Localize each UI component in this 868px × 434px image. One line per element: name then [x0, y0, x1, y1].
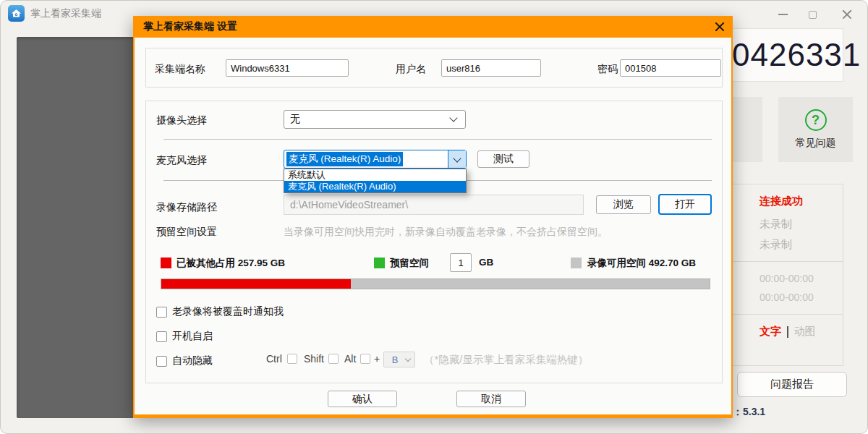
app-logo-icon [8, 5, 25, 22]
mode-switch[interactable]: 文字 动图 [760, 325, 816, 339]
storage-path-field: d:\AtHomeVideoStreamer\ [284, 195, 584, 215]
status-panel: 连接成功 未录制 未录制 00:00-00:00 00:00-00:00 文字 … [724, 184, 843, 366]
notify-checkbox-row[interactable]: 老录像将被覆盖时通知我 [156, 305, 284, 318]
dialog-title: 掌上看家采集端 设置 [133, 20, 237, 33]
settings-group: 摄像头选择 无 麦克风选择 麦克风 (Realtek(R) Audio) 测试 … [145, 101, 723, 383]
browse-button[interactable]: 浏览 [596, 195, 651, 214]
reserved-space-swatch [374, 258, 385, 268]
alt-label: Alt [344, 353, 356, 365]
maximize-button[interactable] [801, 7, 823, 22]
version-label: ：5.3.1 [733, 406, 765, 419]
chevron-down-icon [449, 114, 457, 122]
shift-checkbox[interactable] [328, 354, 339, 364]
ctrl-label: Ctrl [266, 353, 282, 365]
available-space-text: 录像可用空间 492.70 GB [587, 257, 696, 270]
mic-select-value: 麦克风 (Realtek(R) Audio) [286, 152, 403, 166]
mic-select-dropdown-button[interactable] [448, 150, 466, 168]
divider [163, 139, 712, 140]
autostart-checkbox-label: 开机自启 [172, 330, 213, 343]
record-status-1: 未录制 [760, 218, 792, 231]
password-input[interactable] [620, 59, 721, 77]
cancel-button[interactable]: 取消 [456, 391, 526, 407]
ctrl-checkbox[interactable] [287, 354, 297, 364]
autohide-checkbox-label: 自动隐藏 [172, 354, 213, 367]
divider [725, 261, 843, 262]
camera-select-value: 无 [284, 113, 451, 126]
divider [725, 314, 843, 315]
shift-label: Shift [304, 353, 324, 365]
notify-checkbox-label: 老录像将被覆盖时通知我 [172, 305, 284, 318]
settings-dialog: 掌上看家采集端 设置 采集端名称 用户名 密码 摄像头选择 无 麦克风选择 麦克… [133, 16, 733, 418]
identity-group: 采集端名称 用户名 密码 [145, 48, 723, 88]
camera-select-label: 摄像头选择 [156, 114, 207, 127]
disk-used-segment [161, 279, 351, 289]
disk-usage-bar [161, 278, 710, 289]
storage-path-label: 录像存储路径 [156, 201, 217, 214]
dialog-close-button[interactable] [714, 21, 726, 33]
username-label: 用户名 [396, 63, 426, 76]
window-title: 掌上看家采集端 [30, 7, 101, 20]
notify-checkbox[interactable] [156, 307, 167, 318]
minimize-button[interactable] [772, 7, 793, 22]
reserved-space-label: 预留空间设置 [156, 226, 217, 239]
record-status-2: 未录制 [760, 238, 792, 252]
hotkey-key-value: B [384, 354, 406, 365]
confirm-button[interactable]: 确认 [328, 391, 397, 407]
autostart-checkbox-row[interactable]: 开机自启 [156, 330, 213, 343]
report-problem-button[interactable]: 问题报告 [737, 372, 847, 397]
camera-select[interactable]: 无 [284, 110, 466, 129]
schedule-time-1: 00:00-00:00 [760, 273, 814, 284]
open-button[interactable]: 打开 [658, 194, 712, 215]
plus-label: + [374, 353, 380, 365]
mic-option-realtek[interactable]: 麦克风 (Realtek(R) Audio) [284, 181, 466, 192]
hotkey-key-select[interactable]: B [383, 352, 415, 367]
password-label: 密码 [597, 63, 618, 76]
mode-divider [787, 326, 788, 338]
alt-checkbox[interactable] [360, 354, 370, 364]
schedule-time-2: 00:00-00:00 [760, 292, 814, 303]
gb-unit-label: GB [479, 257, 493, 268]
hotkey-hint: （*隐藏/显示掌上看家采集端热键） [424, 353, 588, 367]
mic-select-label: 麦克风选择 [156, 154, 207, 167]
main-window: 掌上看家采集端 0426331 设置 ? 常见问题 连接成功 未录制 未录制 0… [0, 0, 868, 434]
mic-option-default[interactable]: 系统默认 [284, 169, 466, 181]
reserved-space-legend: 预留空间 [390, 257, 429, 270]
connection-status: 连接成功 [760, 195, 803, 208]
dialog-header[interactable]: 掌上看家采集端 设置 [133, 16, 733, 38]
minimize-icon [778, 14, 788, 15]
used-space-swatch [161, 258, 171, 268]
mic-select[interactable]: 麦克风 (Realtek(R) Audio) [284, 150, 467, 169]
faq-tile[interactable]: ? 常见问题 [778, 97, 853, 162]
client-name-label: 采集端名称 [155, 63, 205, 76]
reserved-gb-input[interactable] [450, 253, 472, 272]
chevron-down-icon [405, 355, 411, 361]
mode-gif-option[interactable]: 动图 [794, 325, 816, 339]
maximize-icon [809, 11, 817, 19]
mic-test-button[interactable]: 测试 [477, 150, 529, 168]
reserved-space-description: 当录像可用空间快用完时，新录像自动覆盖老录像，不会挤占保留空间。 [284, 226, 608, 239]
available-space-swatch [571, 258, 582, 268]
close-window-button[interactable] [836, 7, 858, 22]
mode-text-option[interactable]: 文字 [760, 325, 781, 339]
chevron-down-icon [453, 154, 461, 162]
close-icon [842, 9, 852, 20]
username-input[interactable] [441, 59, 541, 77]
question-icon: ? [805, 109, 827, 131]
autohide-checkbox-row[interactable]: 自动隐藏 [156, 354, 213, 367]
mic-dropdown-list: 系统默认 麦克风 (Realtek(R) Audio) [284, 169, 467, 193]
autohide-checkbox[interactable] [156, 356, 167, 367]
used-space-text: 已被其他占用 257.95 GB [176, 257, 285, 270]
client-name-input[interactable] [226, 59, 349, 77]
faq-tile-label: 常见问题 [796, 137, 836, 150]
autostart-checkbox[interactable] [156, 331, 167, 342]
